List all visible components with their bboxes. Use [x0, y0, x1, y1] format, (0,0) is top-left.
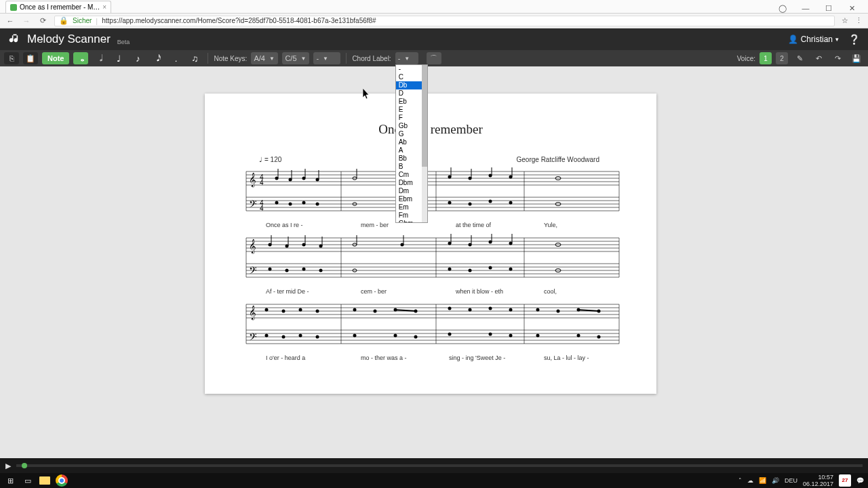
svg-point-134	[282, 336, 285, 339]
system-1[interactable]: 𝄞 𝄢 44 44	[232, 167, 629, 228]
svg-point-44	[302, 201, 306, 205]
notekey3-select[interactable]: -▼	[313, 52, 340, 64]
svg-point-80	[269, 268, 272, 271]
reload-icon[interactable]: ⟳	[38, 16, 47, 25]
voice-2-button[interactable]: 2	[776, 52, 788, 64]
svg-point-86	[469, 269, 472, 272]
edit-button[interactable]: ✎	[792, 52, 807, 64]
secure-label: Sicher	[73, 17, 92, 24]
svg-point-121	[353, 308, 357, 312]
svg-point-144	[577, 334, 580, 338]
svg-point-142	[509, 334, 513, 338]
app-title: Melody Scanner	[27, 33, 111, 46]
tie-button[interactable]: ⌒	[427, 52, 441, 64]
system-tray: ˄ ☁ 📶 🔊 DEU 10:57 06.12.2017 27 💬	[738, 474, 864, 487]
back-icon[interactable]: ←	[5, 17, 15, 25]
bookmark-icon[interactable]: ☆	[842, 16, 848, 25]
notekey2-select[interactable]: C/5▼	[282, 52, 309, 64]
svg-point-141	[489, 333, 492, 336]
eighth-note-button[interactable]: ♪	[130, 52, 145, 64]
svg-point-128	[509, 308, 513, 312]
chord-dropdown[interactable]: -CDbDEbEFGbGAbABbBCmDbmDmEbmEmFmGbm	[395, 64, 428, 223]
copy-button[interactable]: ⎘	[4, 52, 19, 64]
notekey1-select[interactable]: A/4▼	[251, 52, 278, 64]
onedrive-icon[interactable]: ☁	[747, 477, 753, 484]
browser-tab[interactable]: Once as I remember - M… ×	[5, 1, 111, 13]
user-icon[interactable]: ◯	[774, 4, 791, 13]
url-input[interactable]: 🔒 Sicher | https://app.melodyscanner.com…	[54, 16, 835, 26]
redo-button[interactable]: ↷	[830, 52, 845, 64]
dot-button[interactable]: .	[168, 52, 183, 64]
paste-button[interactable]: 📋	[23, 52, 38, 64]
close-window-icon[interactable]: ✕	[844, 4, 860, 13]
maximize-icon[interactable]: ☐	[821, 4, 837, 13]
minimize-icon[interactable]: —	[797, 4, 814, 13]
lyrics-row-3: I o'er - heard a mo - ther was a - sing …	[232, 354, 627, 361]
lyrics-row-2: Af - ter mid De - cem - ber when it blow…	[232, 288, 627, 295]
app-header: Melody Scanner Beta 👤 Christian ▾ ❔	[0, 28, 868, 50]
forward-icon[interactable]: →	[22, 17, 31, 25]
svg-point-126	[469, 308, 472, 312]
dropdown-scroll-thumb[interactable]	[422, 65, 427, 167]
notifications-icon[interactable]: 💬	[856, 477, 864, 484]
progress-track[interactable]	[16, 464, 863, 467]
workspace: Once as I remember = 120 George Ratcliff…	[0, 66, 868, 458]
volume-icon[interactable]: 🔊	[772, 477, 779, 484]
chevron-down-icon: ▾	[835, 36, 839, 43]
app-logo[interactable]: Melody Scanner Beta	[8, 33, 130, 46]
explorer-icon[interactable]	[39, 476, 50, 485]
half-note-button[interactable]: 𝅗𝅥	[92, 52, 107, 64]
chrome-icon[interactable]	[56, 474, 68, 487]
staff-1: 𝄞 𝄢 44 44	[232, 167, 627, 219]
system-3[interactable]: 𝄞𝄢 I o'er - heard a mo - ther was a - si…	[232, 300, 629, 361]
lock-icon: 🔒	[59, 16, 68, 25]
clock[interactable]: 10:57 06.12.2017	[803, 474, 833, 487]
favicon	[10, 4, 17, 11]
svg-point-85	[448, 268, 452, 271]
svg-text:𝄞: 𝄞	[249, 239, 256, 254]
svg-point-47	[448, 201, 452, 205]
voice-1-button[interactable]: 1	[760, 52, 772, 64]
svg-point-139	[414, 336, 418, 339]
svg-text:𝄢: 𝄢	[249, 199, 257, 212]
calendar-badge[interactable]: 27	[839, 474, 851, 487]
beam-button[interactable]: ♫	[187, 52, 202, 64]
progress-handle[interactable]	[22, 463, 27, 468]
beta-label: Beta	[117, 39, 130, 45]
play-button[interactable]: ▶	[5, 462, 11, 470]
save-button[interactable]: 💾	[849, 52, 864, 64]
svg-point-117	[265, 308, 269, 312]
svg-point-137	[353, 334, 357, 338]
note-mode-button[interactable]: Note	[42, 52, 69, 64]
language-indicator[interactable]: DEU	[785, 477, 797, 484]
svg-point-118	[282, 310, 285, 313]
undo-button[interactable]: ↶	[811, 52, 826, 64]
tab-close-icon[interactable]: ×	[102, 3, 106, 11]
chrome-menu-icon[interactable]: ⋮	[855, 16, 863, 25]
toolbar: ⎘ 📋 Note 𝅝 𝅗𝅥 ♩ ♪ 𝅘𝅥𝅯 . ♫ Note Keys: A/4…	[0, 50, 868, 66]
start-button[interactable]: ⊞	[4, 475, 16, 486]
svg-point-136	[316, 336, 319, 339]
user-name: Christian	[801, 35, 833, 44]
task-view-icon[interactable]: ▭	[22, 475, 34, 486]
svg-text:𝄢: 𝄢	[249, 265, 257, 279]
help-icon[interactable]: ❔	[848, 34, 860, 45]
svg-point-42	[275, 201, 279, 205]
address-bar: ← → ⟳ 🔒 Sicher | https://app.melodyscann…	[0, 14, 868, 28]
tempo-marking: = 120	[259, 156, 281, 163]
svg-text:4: 4	[260, 179, 264, 186]
network-icon[interactable]: 📶	[759, 477, 766, 484]
svg-point-135	[299, 334, 302, 338]
svg-point-127	[489, 307, 492, 310]
svg-text:𝄞: 𝄞	[249, 305, 256, 321]
svg-point-129	[536, 308, 540, 312]
sixteenth-note-button[interactable]: 𝅘𝅥𝅯	[149, 52, 164, 64]
system-2[interactable]: 𝄞𝄢 Af - ter mid De - cem - ber when it b…	[232, 234, 629, 295]
tray-chevron-icon[interactable]: ˄	[738, 477, 742, 484]
svg-point-138	[394, 334, 397, 338]
whole-note-button[interactable]: 𝅝	[73, 52, 88, 64]
quarter-note-button[interactable]: ♩	[111, 52, 126, 64]
user-menu[interactable]: 👤 Christian ▾	[788, 35, 839, 44]
svg-point-119	[299, 308, 302, 312]
chord-label-select[interactable]: -▼ -CDbDEbEFGbGAbABbBCmDbmDmEbmEmFmGbm	[395, 52, 418, 64]
